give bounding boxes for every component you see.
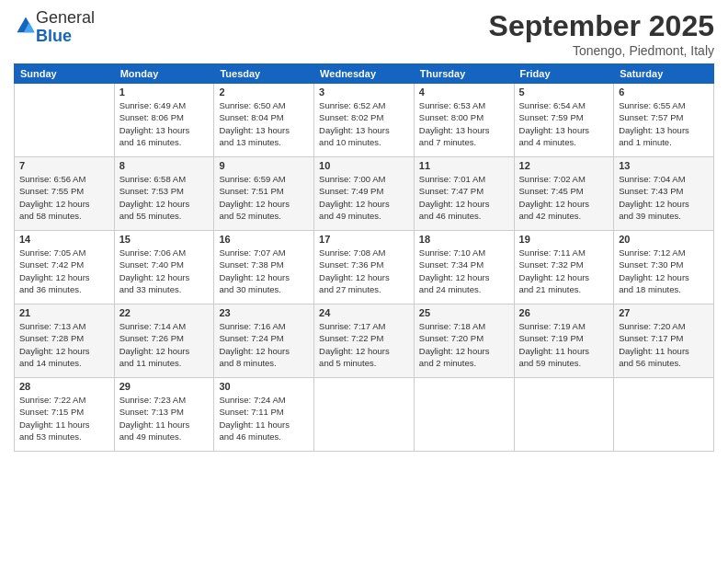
day-info: Sunrise: 7:02 AMSunset: 7:45 PMDaylight:…: [519, 173, 609, 222]
calendar-cell: 3Sunrise: 6:52 AMSunset: 8:02 PMDaylight…: [314, 84, 415, 157]
calendar-cell: [15, 84, 115, 157]
day-info: Sunrise: 7:10 AMSunset: 7:34 PMDaylight:…: [419, 247, 509, 295]
day-number: 27: [619, 307, 709, 318]
calendar-cell: 18Sunrise: 7:10 AMSunset: 7:34 PMDayligh…: [414, 231, 514, 304]
logo-general-text: General: [36, 8, 95, 27]
day-number: 20: [619, 234, 709, 245]
col-sunday: Sunday: [15, 64, 115, 84]
calendar-cell: 21Sunrise: 7:13 AMSunset: 7:28 PMDayligh…: [15, 304, 115, 378]
day-info: Sunrise: 6:49 AMSunset: 8:06 PMDaylight:…: [119, 99, 210, 148]
week-row-5: 28Sunrise: 7:22 AMSunset: 7:15 PMDayligh…: [15, 378, 714, 452]
day-number: 1: [119, 86, 210, 98]
col-monday: Monday: [114, 64, 214, 84]
calendar-cell: 2Sunrise: 6:50 AMSunset: 8:04 PMDaylight…: [214, 84, 314, 157]
day-number: 8: [119, 160, 210, 171]
col-tuesday: Tuesday: [214, 64, 314, 84]
day-info: Sunrise: 7:06 AMSunset: 7:40 PMDaylight:…: [119, 247, 210, 295]
day-info: Sunrise: 7:12 AMSunset: 7:30 PMDaylight:…: [619, 247, 709, 295]
calendar-cell: 5Sunrise: 6:54 AMSunset: 7:59 PMDaylight…: [514, 84, 614, 157]
calendar-cell: 29Sunrise: 7:23 AMSunset: 7:13 PMDayligh…: [114, 378, 214, 452]
day-number: 10: [319, 160, 409, 171]
calendar-cell: 20Sunrise: 7:12 AMSunset: 7:30 PMDayligh…: [614, 231, 714, 304]
day-number: 16: [219, 234, 309, 245]
day-number: 12: [519, 160, 609, 171]
day-info: Sunrise: 6:58 AMSunset: 7:53 PMDaylight:…: [119, 173, 210, 222]
day-info: Sunrise: 6:52 AMSunset: 8:02 PMDaylight:…: [319, 99, 409, 148]
day-info: Sunrise: 7:05 AMSunset: 7:42 PMDaylight:…: [19, 247, 109, 295]
col-friday: Friday: [514, 64, 614, 84]
day-number: 28: [19, 381, 109, 392]
day-info: Sunrise: 7:14 AMSunset: 7:26 PMDaylight:…: [119, 320, 210, 369]
calendar-cell: 28Sunrise: 7:22 AMSunset: 7:15 PMDayligh…: [15, 378, 115, 452]
day-info: Sunrise: 7:16 AMSunset: 7:24 PMDaylight:…: [219, 320, 309, 369]
day-number: 2: [219, 86, 309, 98]
week-row-1: 1Sunrise: 6:49 AMSunset: 8:06 PMDaylight…: [15, 84, 714, 157]
day-info: Sunrise: 7:23 AMSunset: 7:13 PMDaylight:…: [119, 394, 210, 442]
calendar-cell: 9Sunrise: 6:59 AMSunset: 7:51 PMDaylight…: [214, 157, 314, 231]
logo-icon: [16, 16, 36, 36]
day-info: Sunrise: 6:50 AMSunset: 8:04 PMDaylight:…: [219, 99, 309, 148]
day-info: Sunrise: 7:17 AMSunset: 7:22 PMDaylight:…: [319, 320, 409, 369]
calendar-cell: 14Sunrise: 7:05 AMSunset: 7:42 PMDayligh…: [15, 231, 115, 304]
day-number: 22: [119, 307, 210, 318]
calendar-table: Sunday Monday Tuesday Wednesday Thursday…: [14, 63, 714, 452]
day-number: 18: [419, 234, 509, 245]
day-number: 7: [19, 160, 109, 171]
header: General Blue September 2025 Tonengo, Pie…: [14, 9, 714, 58]
calendar-cell: 11Sunrise: 7:01 AMSunset: 7:47 PMDayligh…: [414, 157, 514, 231]
day-number: 26: [519, 307, 609, 318]
week-row-4: 21Sunrise: 7:13 AMSunset: 7:28 PMDayligh…: [15, 304, 714, 378]
calendar-cell: [514, 378, 614, 452]
logo-blue-text: Blue: [36, 27, 72, 45]
week-row-2: 7Sunrise: 6:56 AMSunset: 7:55 PMDaylight…: [15, 157, 714, 231]
day-number: 9: [219, 160, 309, 171]
day-number: 13: [619, 160, 709, 171]
day-info: Sunrise: 6:55 AMSunset: 7:57 PMDaylight:…: [619, 99, 709, 148]
calendar-cell: 22Sunrise: 7:14 AMSunset: 7:26 PMDayligh…: [114, 304, 214, 378]
day-number: 14: [19, 234, 109, 245]
calendar-cell: [614, 378, 714, 452]
day-info: Sunrise: 7:24 AMSunset: 7:11 PMDaylight:…: [219, 394, 309, 442]
col-saturday: Saturday: [614, 64, 714, 84]
logo: General Blue: [14, 9, 95, 46]
calendar-cell: 24Sunrise: 7:17 AMSunset: 7:22 PMDayligh…: [314, 304, 415, 378]
day-info: Sunrise: 7:07 AMSunset: 7:38 PMDaylight:…: [219, 247, 309, 295]
calendar-cell: 30Sunrise: 7:24 AMSunset: 7:11 PMDayligh…: [214, 378, 314, 452]
location: Tonengo, Piedmont, Italy: [489, 43, 714, 58]
day-info: Sunrise: 6:53 AMSunset: 8:00 PMDaylight:…: [419, 99, 509, 148]
day-info: Sunrise: 7:13 AMSunset: 7:28 PMDaylight:…: [19, 320, 109, 369]
calendar-cell: 16Sunrise: 7:07 AMSunset: 7:38 PMDayligh…: [214, 231, 314, 304]
calendar-cell: 4Sunrise: 6:53 AMSunset: 8:00 PMDaylight…: [414, 84, 514, 157]
day-info: Sunrise: 7:20 AMSunset: 7:17 PMDaylight:…: [619, 320, 709, 369]
calendar-cell: 17Sunrise: 7:08 AMSunset: 7:36 PMDayligh…: [314, 231, 415, 304]
calendar-cell: 27Sunrise: 7:20 AMSunset: 7:17 PMDayligh…: [614, 304, 714, 378]
calendar-cell: 6Sunrise: 6:55 AMSunset: 7:57 PMDaylight…: [614, 84, 714, 157]
day-info: Sunrise: 7:08 AMSunset: 7:36 PMDaylight:…: [319, 247, 409, 295]
title-block: September 2025 Tonengo, Piedmont, Italy: [489, 9, 714, 58]
day-number: 25: [419, 307, 509, 318]
day-number: 15: [119, 234, 210, 245]
day-info: Sunrise: 6:56 AMSunset: 7:55 PMDaylight:…: [19, 173, 109, 222]
day-number: 11: [419, 160, 509, 171]
calendar-cell: 26Sunrise: 7:19 AMSunset: 7:19 PMDayligh…: [514, 304, 614, 378]
day-number: 21: [19, 307, 109, 318]
calendar-cell: 23Sunrise: 7:16 AMSunset: 7:24 PMDayligh…: [214, 304, 314, 378]
calendar-header-row: Sunday Monday Tuesday Wednesday Thursday…: [15, 64, 714, 84]
day-info: Sunrise: 7:04 AMSunset: 7:43 PMDaylight:…: [619, 173, 709, 222]
day-number: 17: [319, 234, 409, 245]
day-number: 24: [319, 307, 409, 318]
calendar-cell: 13Sunrise: 7:04 AMSunset: 7:43 PMDayligh…: [614, 157, 714, 231]
day-info: Sunrise: 7:01 AMSunset: 7:47 PMDaylight:…: [419, 173, 509, 222]
calendar-cell: [314, 378, 415, 452]
day-info: Sunrise: 6:54 AMSunset: 7:59 PMDaylight:…: [519, 99, 609, 148]
calendar-cell: 8Sunrise: 6:58 AMSunset: 7:53 PMDaylight…: [114, 157, 214, 231]
day-info: Sunrise: 6:59 AMSunset: 7:51 PMDaylight:…: [219, 173, 309, 222]
calendar-cell: 1Sunrise: 6:49 AMSunset: 8:06 PMDaylight…: [114, 84, 214, 157]
day-info: Sunrise: 7:19 AMSunset: 7:19 PMDaylight:…: [519, 320, 609, 369]
calendar-cell: 15Sunrise: 7:06 AMSunset: 7:40 PMDayligh…: [114, 231, 214, 304]
calendar-cell: [414, 378, 514, 452]
calendar-cell: 25Sunrise: 7:18 AMSunset: 7:20 PMDayligh…: [414, 304, 514, 378]
day-info: Sunrise: 7:18 AMSunset: 7:20 PMDaylight:…: [419, 320, 509, 369]
day-number: 3: [319, 86, 409, 98]
col-wednesday: Wednesday: [314, 64, 415, 84]
